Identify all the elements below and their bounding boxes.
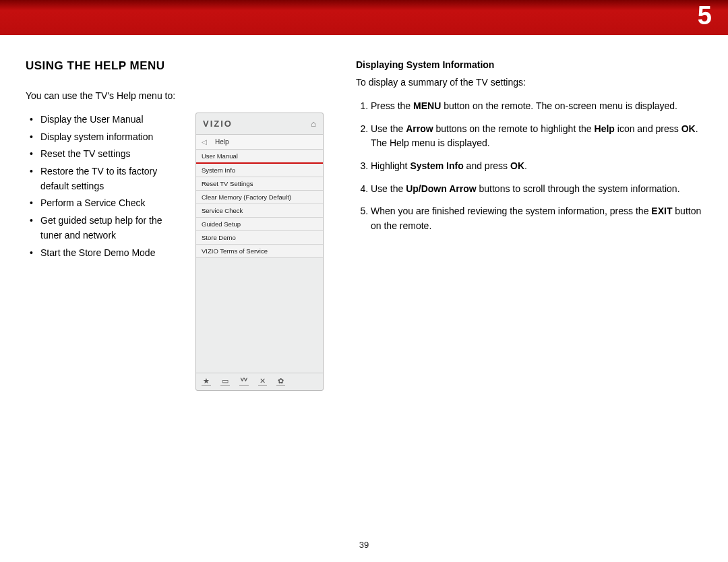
subsection-title: Displaying System Information	[356, 59, 702, 70]
step-item: Use the Arrow buttons on the remote to h…	[371, 122, 702, 151]
tv-menu-item: VIZIO Terms of Service	[196, 245, 323, 258]
section-title: Using the Help Menu	[26, 59, 336, 73]
tv-menu-item: Clear Memory (Factory Default)	[196, 191, 323, 204]
bullet-item: Perform a Service Check	[26, 196, 181, 211]
subsection-intro: To display a summary of the TV settings:	[356, 75, 702, 90]
back-icon: ◁	[202, 138, 207, 146]
checkmark-v-icon: ⱽⱽ	[239, 377, 249, 386]
bullet-item: Display system information	[26, 130, 181, 145]
rectangle-icon: ▭	[220, 377, 230, 386]
chapter-banner: 5	[0, 0, 728, 35]
tv-menu-blank	[196, 258, 323, 373]
bullet-item: Restore the TV to its factory default se…	[26, 164, 181, 193]
tv-menu-title: Help	[215, 138, 229, 146]
steps-list: Press the MENU button on the remote. The…	[356, 99, 702, 234]
tv-menu-item: System Info	[196, 164, 323, 177]
tv-menu-mock: VIZIO ⌂ ◁ Help User Manual System Info R…	[195, 113, 324, 391]
tv-menu-footer: ★ ▭ ⱽⱽ ✕ ✿	[196, 373, 323, 390]
page-number: 39	[0, 540, 728, 550]
step-item: When you are finished reviewing the syst…	[371, 204, 702, 233]
chapter-number: 5	[698, 1, 712, 30]
bullet-item: Reset the TV settings	[26, 147, 181, 162]
close-icon: ✕	[258, 377, 267, 386]
tv-logo: VIZIO	[203, 119, 233, 129]
gear-icon: ✿	[276, 377, 285, 386]
step-item: Highlight System Info and press OK.	[371, 159, 702, 174]
bullet-item: Display the User Manual	[26, 113, 181, 127]
tv-menu-item: Reset TV Settings	[196, 177, 323, 191]
home-icon: ⌂	[311, 119, 316, 129]
tv-menu-item: Service Check	[196, 204, 323, 218]
tv-menu-title-row: ◁ Help	[196, 134, 323, 150]
step-item: Press the MENU button on the remote. The…	[371, 99, 702, 114]
intro-text: You can use the TV's Help menu to:	[26, 89, 336, 103]
star-icon: ★	[202, 377, 211, 386]
tv-menu-item: User Manual	[196, 150, 323, 164]
tv-menu-item: Store Demo	[196, 231, 323, 245]
help-bullet-list: Display the User Manual Display system i…	[26, 113, 181, 263]
bullet-item: Get guided setup help for the tuner and …	[26, 214, 181, 243]
tv-menu-item: Guided Setup	[196, 218, 323, 231]
step-item: Use the Up/Down Arrow buttons to scroll …	[371, 182, 702, 197]
bullet-item: Start the Store Demo Mode	[26, 246, 181, 261]
